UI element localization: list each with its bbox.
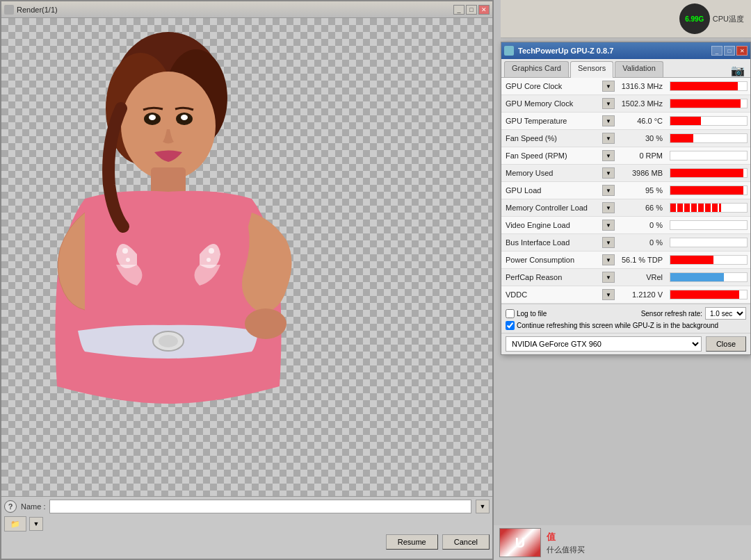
render-close-btn[interactable]: ✕: [478, 5, 490, 15]
sensor-dropdown-arrow[interactable]: ▼: [602, 150, 615, 161]
tab-graphics-card[interactable]: Graphics Card: [504, 61, 569, 77]
svg-point-8: [181, 115, 188, 120]
bottom-bar: U 值 什么值得买: [494, 525, 751, 560]
gpuz-close-btn[interactable]: ✕: [736, 46, 748, 56]
resume-btn[interactable]: Resume: [386, 534, 438, 550]
taskbar-top: 6.99G CPU温度: [501, 0, 751, 38]
refresh-rate-select[interactable]: 1.0 sec 0.5 sec 2.0 sec: [705, 307, 746, 320]
svg-point-11: [122, 248, 128, 254]
app-label: 什么值得买: [547, 545, 585, 555]
sensor-bar-container: [670, 151, 748, 160]
svg-point-13: [209, 248, 214, 254]
sensor-bar-container: [670, 203, 748, 213]
name-input[interactable]: [49, 500, 471, 513]
tab-sensors[interactable]: Sensors: [570, 61, 613, 78]
sensor-dropdown-arrow[interactable]: ▼: [602, 254, 615, 265]
sensor-dropdown-arrow[interactable]: ▼: [602, 272, 615, 283]
sensor-bar-container: [670, 133, 748, 143]
sensor-row: GPU Temperature▼46.0 °C: [501, 113, 750, 130]
sensor-value: 0 RPM: [615, 151, 667, 160]
sensor-dropdown-arrow[interactable]: ▼: [602, 133, 615, 144]
gpuz-icon: [504, 46, 514, 56]
render-bottom-panel: ? Name : ▼ 📁 ▼ Resume Cancel: [1, 496, 492, 559]
render-canvas: [1, 18, 492, 496]
render-minimize-btn[interactable]: _: [453, 5, 465, 15]
gpu-select[interactable]: NVIDIA GeForce GTX 960: [506, 336, 702, 352]
render-name-row: ? Name : ▼: [4, 500, 490, 513]
cpu-temp-badge: 6.99G: [679, 3, 710, 34]
sensor-name: GPU Memory Clock: [501, 99, 602, 108]
sensor-dropdown-arrow[interactable]: ▼: [602, 185, 615, 196]
sensor-name: Memory Used: [501, 169, 602, 177]
sensor-dropdown-arrow[interactable]: ▼: [602, 289, 615, 300]
render-titlebar: Render(1/1) _ □ ✕: [1, 1, 492, 18]
render-window: Render(1/1) _ □ ✕: [0, 0, 494, 560]
log-to-file-checkbox[interactable]: [506, 309, 515, 318]
sensor-value: 1502.3 MHz: [615, 99, 667, 108]
sensor-dropdown-arrow[interactable]: ▼: [602, 220, 615, 231]
footer-row1: Log to file Sensor refresh rate: 1.0 sec…: [506, 307, 746, 320]
sensor-row: Memory Used▼3986 MB: [501, 165, 750, 182]
sensor-value: 56.1 % TDP: [615, 256, 667, 264]
sensor-value: 1316.3 MHz: [615, 82, 667, 90]
sensor-dropdown-arrow[interactable]: ▼: [602, 115, 615, 126]
sensor-value: 3986 MB: [615, 169, 667, 177]
sensor-bar: [670, 169, 743, 177]
sensor-value: 1.2120 V: [615, 290, 667, 299]
refresh-rate-wrap: Sensor refresh rate: 1.0 sec 0.5 sec 2.0…: [641, 307, 746, 320]
name-dropdown-arrow[interactable]: ▼: [476, 500, 490, 513]
sensor-bar-container: [670, 81, 748, 91]
folder-dropdown-arrow[interactable]: ▼: [29, 517, 43, 531]
sensor-row: Fan Speed (%)▼30 %: [501, 130, 750, 147]
sensor-dropdown-arrow[interactable]: ▼: [602, 167, 615, 179]
sensor-row: GPU Load▼95 %: [501, 182, 750, 199]
sensor-name: Fan Speed (%): [501, 134, 602, 142]
character-svg: [8, 18, 356, 496]
render-action-row: Resume Cancel: [4, 534, 490, 550]
sensor-dropdown-arrow[interactable]: ▼: [602, 237, 615, 248]
log-to-file-wrap: Log to file: [506, 309, 547, 318]
sensor-value: 0 %: [615, 238, 667, 247]
sensor-dropdown-arrow[interactable]: ▼: [602, 81, 615, 92]
sensor-dropdown-arrow[interactable]: ▼: [602, 98, 615, 109]
gpuz-title: TechPowerUp GPU-Z 0.8.7: [518, 47, 613, 55]
svg-point-3: [121, 72, 216, 180]
gpuz-tabs: Graphics Card Sensors Validation 📷: [501, 59, 750, 78]
sensor-name: Fan Speed (RPM): [501, 151, 602, 160]
tab-validation[interactable]: Validation: [615, 61, 663, 77]
help-icon[interactable]: ?: [4, 500, 17, 513]
svg-point-15: [245, 308, 286, 339]
brand-label: 值: [547, 531, 585, 543]
sensor-dropdown-arrow[interactable]: ▼: [602, 202, 615, 213]
sensor-bar: [670, 290, 739, 299]
svg-point-14: [207, 258, 211, 262]
log-to-file-label: Log to file: [517, 310, 547, 318]
sensor-bar: [670, 134, 693, 142]
footer-row2: Continue refreshing this screen while GP…: [506, 321, 746, 330]
camera-icon[interactable]: 📷: [731, 64, 745, 77]
sensor-name: Memory Controller Load: [501, 204, 602, 212]
render-maximize-btn[interactable]: □: [466, 5, 477, 15]
u-icon: U: [515, 535, 525, 551]
gpuz-maximize-btn[interactable]: □: [724, 46, 735, 56]
sensor-value: 30 %: [615, 134, 667, 142]
sensor-row: VDDC▼1.2120 V: [501, 286, 750, 304]
continue-refresh-label: Continue refreshing this screen while GP…: [517, 322, 718, 329]
continue-refresh-checkbox[interactable]: [506, 321, 515, 330]
folder-btn[interactable]: 📁: [4, 516, 26, 532]
close-main-btn[interactable]: Close: [706, 336, 746, 352]
sensor-bar: [670, 186, 743, 195]
sensors-list: GPU Core Clock▼1316.3 MHzGPU Memory Cloc…: [501, 78, 750, 304]
cancel-btn[interactable]: Cancel: [442, 534, 490, 550]
sensor-value: VRel: [615, 273, 667, 281]
sensor-bar: [670, 273, 724, 281]
cpu-temp-value: 6.99G: [685, 15, 704, 23]
sensor-name: Video Engine Load: [501, 221, 602, 229]
sensor-bar-container: [670, 272, 748, 282]
gpuz-window: TechPowerUp GPU-Z 0.8.7 _ □ ✕ Graphics C…: [501, 42, 751, 355]
sensor-value: 95 %: [615, 186, 667, 195]
sensor-bar-container: [670, 255, 748, 265]
sensor-bar: [670, 256, 713, 264]
gpuz-minimize-btn[interactable]: _: [711, 46, 722, 56]
refresh-rate-label: Sensor refresh rate:: [641, 310, 702, 318]
